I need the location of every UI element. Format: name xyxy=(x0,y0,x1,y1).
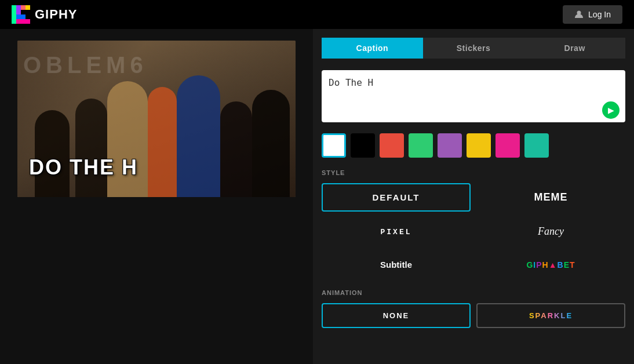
style-meme-label: MEME xyxy=(534,191,568,203)
animation-option-none[interactable]: NONE xyxy=(322,303,471,328)
animation-option-sparkle[interactable]: SPARKLE xyxy=(476,303,625,328)
tabs-container: Caption Stickers Draw xyxy=(322,38,625,59)
color-swatch-purple[interactable] xyxy=(438,133,462,158)
tab-caption[interactable]: Caption xyxy=(322,38,423,59)
color-swatch-white[interactable] xyxy=(322,133,346,158)
style-option-fancy[interactable]: Fancy xyxy=(476,217,625,246)
style-pixel-label: PIXEL xyxy=(380,228,411,236)
header: GIPHY Log In xyxy=(0,0,634,29)
submit-caption-button[interactable]: ▶ xyxy=(602,101,620,119)
user-icon xyxy=(574,10,584,19)
caption-input-container: Do The H ▶ xyxy=(322,70,625,125)
figure-3 xyxy=(107,81,148,197)
animation-options-grid: NONE SPARKLE xyxy=(322,303,625,328)
figure-2 xyxy=(75,99,107,197)
svg-rect-6 xyxy=(16,19,30,24)
caption-input[interactable]: Do The H xyxy=(322,70,625,122)
gif-caption-overlay: DO THE H xyxy=(29,155,138,180)
style-option-subtitle[interactable]: Subtitle xyxy=(322,252,471,278)
color-swatch-yellow[interactable] xyxy=(467,133,491,158)
color-swatch-red[interactable] xyxy=(380,133,404,158)
figure-5 xyxy=(177,75,220,197)
logo: GIPHY xyxy=(12,5,77,24)
color-swatch-black[interactable] xyxy=(351,133,375,158)
tab-draw[interactable]: Draw xyxy=(524,38,625,59)
controls-panel: Caption Stickers Draw Do The H ▶ STYLE xyxy=(313,29,634,364)
svg-rect-5 xyxy=(16,14,25,19)
svg-rect-2 xyxy=(21,5,25,10)
graffiti-text: OBLEM6 xyxy=(17,52,296,78)
color-swatch-cyan[interactable] xyxy=(524,133,549,158)
style-option-meme[interactable]: MEME xyxy=(476,183,625,212)
giphy-logo-icon xyxy=(12,5,30,24)
style-subtitle-label: Subtitle xyxy=(380,260,412,270)
arrow-right-icon: ▶ xyxy=(608,105,614,115)
style-option-giphy[interactable]: GIPH▲BET xyxy=(476,252,625,278)
animation-sparkle-label: SPARKLE xyxy=(529,311,573,320)
tab-stickers[interactable]: Stickers xyxy=(423,38,524,59)
color-swatch-green[interactable] xyxy=(409,133,433,158)
style-giphy-label: GIPH▲BET xyxy=(526,260,575,270)
svg-rect-3 xyxy=(25,5,30,10)
style-fancy-label: Fancy xyxy=(538,225,564,237)
login-label: Log In xyxy=(588,10,611,19)
login-button[interactable]: Log In xyxy=(563,5,622,24)
style-option-default[interactable]: DEFAULT xyxy=(322,183,471,212)
figure-1 xyxy=(35,110,70,197)
gif-panel: OBLEM6 DO THE H xyxy=(0,29,313,364)
animation-none-label: NONE xyxy=(383,311,410,320)
color-swatches xyxy=(322,133,625,158)
figure-7 xyxy=(252,90,290,197)
figure-4 xyxy=(148,87,177,197)
style-section-label: STYLE xyxy=(322,169,625,176)
logo-text: GIPHY xyxy=(35,7,77,22)
svg-rect-0 xyxy=(12,5,16,24)
color-swatch-pink[interactable] xyxy=(495,133,520,158)
style-options-grid: DEFAULT MEME PIXEL Fancy Subtitle GIPH▲B… xyxy=(322,183,625,278)
gif-preview: OBLEM6 DO THE H xyxy=(17,41,296,197)
style-default-label: DEFAULT xyxy=(372,192,420,202)
figure-6 xyxy=(220,101,252,197)
main-content: OBLEM6 DO THE H Caption Stickers Draw Do… xyxy=(0,29,634,364)
style-option-pixel[interactable]: PIXEL xyxy=(322,217,471,246)
animation-section-label: ANIMATION xyxy=(322,289,625,296)
svg-rect-1 xyxy=(16,5,21,10)
svg-rect-4 xyxy=(16,10,21,14)
